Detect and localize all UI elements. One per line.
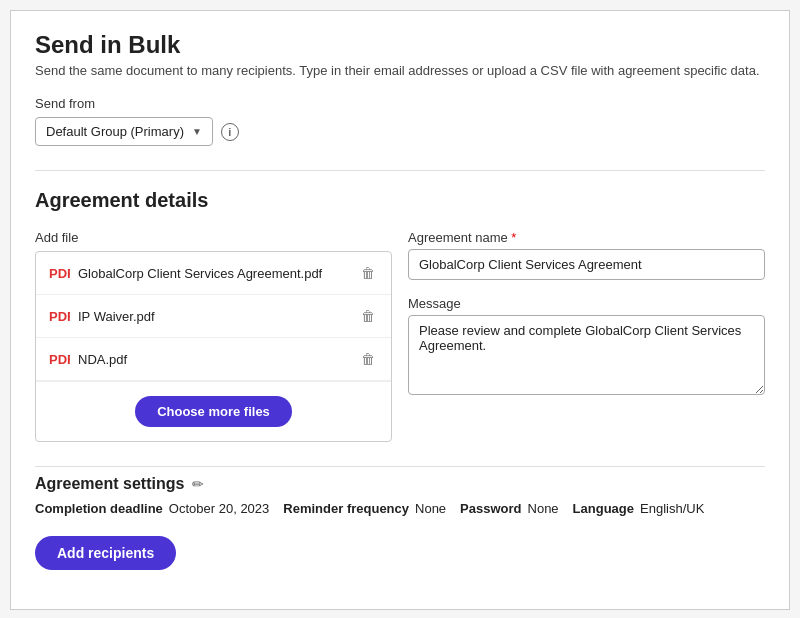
info-icon[interactable]: i [221,123,239,141]
settings-info-row: Completion deadline October 20, 2023 Rem… [35,501,765,516]
chevron-down-icon: ▼ [192,126,202,137]
agreement-name-field: Agreement name * [408,230,765,280]
language-val: English/UK [640,501,704,516]
send-from-label: Send from [35,96,765,111]
reminder-frequency-val: None [415,501,446,516]
agreement-settings-row: Agreement settings ✏ [35,466,765,493]
add-file-label: Add file [35,230,392,245]
agreement-details-grid: Add file PDF GlobalCorp Client Services … [35,230,765,442]
add-recipients-button[interactable]: Add recipients [35,536,176,570]
file-name-3: NDA.pdf [78,352,349,367]
agreement-name-label: Agreement name * [408,230,765,245]
page-title: Send in Bulk [35,31,765,59]
completion-deadline-key: Completion deadline [35,501,163,516]
file-item-1: PDF GlobalCorp Client Services Agreement… [36,252,391,295]
message-input[interactable] [408,315,765,395]
reminder-frequency-key: Reminder frequency [283,501,409,516]
pdf-icon-3: PDF [48,348,70,370]
edit-pencil-icon[interactable]: ✏ [192,476,204,492]
svg-text:PDF: PDF [49,266,70,281]
message-field: Message [408,296,765,399]
pdf-icon-2: PDF [48,305,70,327]
agreement-details-title: Agreement details [35,189,765,212]
file-item-3: PDF NDA.pdf 🗑 [36,338,391,381]
page-container: Send in Bulk Send the same document to m… [10,10,790,610]
right-panel: Agreement name * Message [408,230,765,442]
send-from-value: Default Group (Primary) [46,124,184,139]
password-val: None [528,501,559,516]
required-star: * [508,230,517,245]
agreement-settings-title: Agreement settings [35,475,184,493]
svg-text:PDF: PDF [49,352,70,367]
delete-icon-1[interactable]: 🗑 [357,263,379,283]
page-subtitle: Send the same document to many recipient… [35,63,765,78]
send-from-row: Default Group (Primary) ▼ i [35,117,765,146]
choose-more-files-button[interactable]: Choose more files [135,396,292,427]
password-key: Password [460,501,521,516]
svg-text:PDF: PDF [49,309,70,324]
message-label: Message [408,296,765,311]
file-name-1: GlobalCorp Client Services Agreement.pdf [78,266,349,281]
agreement-name-input[interactable] [408,249,765,280]
choose-files-row: Choose more files [36,381,391,441]
completion-deadline-val: October 20, 2023 [169,501,269,516]
delete-icon-3[interactable]: 🗑 [357,349,379,369]
send-from-select[interactable]: Default Group (Primary) ▼ [35,117,213,146]
pdf-icon-1: PDF [48,262,70,284]
section-divider [35,170,765,171]
file-item-2: PDF IP Waiver.pdf 🗑 [36,295,391,338]
language-key: Language [573,501,634,516]
file-list-box: PDF GlobalCorp Client Services Agreement… [35,251,392,442]
file-panel: Add file PDF GlobalCorp Client Services … [35,230,392,442]
delete-icon-2[interactable]: 🗑 [357,306,379,326]
file-name-2: IP Waiver.pdf [78,309,349,324]
